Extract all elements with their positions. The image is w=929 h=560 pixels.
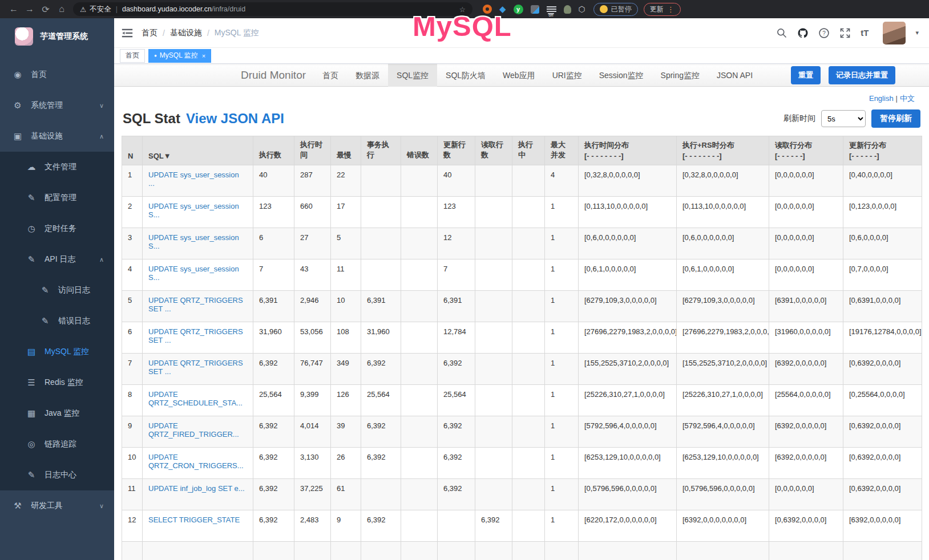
breadcrumb-item[interactable]: 基础设施: [170, 28, 202, 38]
sidebar-item-mysql[interactable]: ▤MySQL 监控: [0, 336, 114, 367]
druid-brand[interactable]: Druid Monitor: [233, 69, 314, 82]
column-header[interactable]: 执行中: [512, 136, 545, 165]
data-cell: [401, 291, 438, 322]
sidebar-item-home[interactable]: ◉首页: [0, 59, 114, 90]
druid-nav-SQL防火墙[interactable]: SQL防火墙: [437, 64, 494, 87]
back-icon[interactable]: ←: [6, 4, 22, 14]
sidebar-item-config[interactable]: ✎配置管理: [0, 182, 114, 213]
data-cell: 22: [331, 165, 361, 197]
table-row: 1UPDATE sys_user_session ...4028722404[0…: [122, 165, 922, 197]
column-header[interactable]: SQL▼: [143, 136, 253, 165]
data-cell: 1: [545, 510, 579, 542]
sidebar-item-access-log[interactable]: ✎访问日志: [0, 275, 114, 306]
sql-link[interactable]: UPDATE QRTZ_SCHEDULER_STA...: [148, 390, 243, 407]
sidebar-item-file[interactable]: ☁文件管理: [0, 152, 114, 182]
sidebar-item-api-log[interactable]: ✎API 日志∧: [0, 244, 114, 275]
druid-nav-首页[interactable]: 首页: [314, 64, 347, 87]
column-header[interactable]: 执行+RS时分布[- - - - - - - -]: [677, 136, 769, 165]
sidebar-item-java[interactable]: ▦Java 监控: [0, 398, 114, 429]
data-cell: [438, 510, 475, 542]
sidebar-item-cron[interactable]: ◷定时任务: [0, 213, 114, 244]
sidebar-item-log-center[interactable]: ✎日志中心: [0, 460, 114, 490]
column-header[interactable]: N: [122, 136, 143, 165]
lang-english-link[interactable]: English: [869, 94, 894, 103]
tab-MySQL 监控[interactable]: ●MySQL 监控×: [148, 49, 211, 63]
sql-link[interactable]: UPDATE QRTZ_CRON_TRIGGERS...: [148, 453, 244, 470]
home-icon[interactable]: ⌂: [54, 4, 70, 14]
data-cell: [401, 542, 438, 560]
druid-nav-Web应用[interactable]: Web应用: [494, 64, 544, 87]
apps-extension-icon[interactable]: [531, 5, 539, 14]
sql-link[interactable]: UPDATE sys_user_session S...: [148, 265, 239, 282]
list-extension-icon[interactable]: on: [547, 5, 556, 13]
sql-link[interactable]: UPDATE QRTZ_TRIGGERS SET ...: [148, 296, 243, 313]
data-cell: [0,32,8,0,0,0,0,0]: [677, 165, 769, 197]
puzzle-extensions-icon[interactable]: ⬡: [579, 5, 585, 14]
view-json-api-link[interactable]: View JSON API: [186, 111, 284, 127]
table-row: 7UPDATE QRTZ_TRIGGERS SET ...6,39276,747…: [122, 354, 922, 385]
reload-icon[interactable]: ⟳: [38, 4, 54, 15]
data-cell: 10: [331, 291, 361, 322]
paused-badge[interactable]: 已暂停: [593, 3, 638, 16]
proxy-extension-icon[interactable]: [564, 5, 571, 14]
druid-nav-Session监控[interactable]: Session监控: [591, 64, 652, 87]
close-icon[interactable]: ×: [202, 52, 205, 59]
sidebar-item-infra[interactable]: ▣基础设施∧: [0, 121, 114, 152]
sql-link[interactable]: UPDATE QRTZ_TRIGGERS SET ...: [148, 327, 243, 344]
column-header[interactable]: 更新行分布[- - - - - -]: [843, 136, 922, 165]
column-header[interactable]: 错误数: [401, 136, 438, 165]
sql-link[interactable]: UPDATE QRTZ_TRIGGERS SET ...: [148, 359, 243, 376]
sql-link[interactable]: UPDATE sys_user_session S...: [148, 202, 239, 219]
data-cell: 25,564: [253, 385, 294, 416]
data-cell: [401, 197, 438, 228]
distribution-brackets: [- - - - - - - -]: [682, 152, 763, 160]
druid-nav-SQL监控[interactable]: SQL监控: [388, 64, 437, 87]
sql-link[interactable]: UPDATE sys_user_session ...: [148, 171, 239, 188]
column-header[interactable]: 执行时间分布[- - - - - - - -]: [579, 136, 677, 165]
update-button[interactable]: 更新⋮: [644, 3, 681, 16]
tab-label: 首页: [126, 51, 139, 60]
chevron-down-icon[interactable]: ▾: [915, 29, 919, 36]
breadcrumb-item[interactable]: 首页: [142, 28, 157, 38]
forward-icon[interactable]: →: [22, 4, 38, 14]
column-header[interactable]: 读取行分布[- - - - - -]: [769, 136, 843, 165]
y-extension-icon[interactable]: y: [514, 5, 523, 14]
sidebar-item-redis[interactable]: ☰Redis 监控: [0, 367, 114, 398]
app-logo-row[interactable]: 芋道管理系统: [0, 18, 114, 55]
user-avatar[interactable]: [883, 22, 906, 44]
font-size-icon[interactable]: tT: [861, 28, 869, 38]
column-header[interactable]: 事务执行: [361, 136, 401, 165]
reset-button[interactable]: 重置: [791, 66, 821, 84]
data-cell: [0,6,1,0,0,0,0,0]: [579, 259, 677, 291]
refresh-interval-select[interactable]: 5s: [821, 110, 866, 127]
lang-chinese-link[interactable]: 中文: [900, 94, 915, 103]
column-header[interactable]: 执行数: [253, 136, 294, 165]
sidebar-item-error-log[interactable]: ✎错误日志: [0, 306, 114, 336]
column-header[interactable]: 最大并发: [545, 136, 579, 165]
druid-nav-JSON API[interactable]: JSON API: [708, 64, 761, 87]
hamburger-icon[interactable]: [121, 27, 134, 39]
help-icon[interactable]: ?: [818, 27, 830, 39]
sidebar-item-devtools[interactable]: ⚒研发工具∨: [0, 490, 114, 521]
column-header[interactable]: 读取行数: [475, 136, 512, 165]
log-and-reset-button[interactable]: 记录日志并重置: [829, 66, 895, 84]
druid-nav-数据源[interactable]: 数据源: [347, 64, 388, 87]
druid-nav-Spring监控[interactable]: Spring监控: [652, 64, 708, 87]
security-warning-label[interactable]: 不安全: [90, 5, 111, 14]
column-header[interactable]: 更新行数: [438, 136, 475, 165]
sql-link[interactable]: UPDATE QRTZ_FIRED_TRIGGER...: [148, 421, 239, 439]
tab-首页[interactable]: 首页: [120, 49, 145, 63]
sidebar-item-system[interactable]: ⚙系统管理∨: [0, 90, 114, 121]
search-icon[interactable]: [776, 27, 787, 39]
sidebar-item-trace[interactable]: ◎链路追踪: [0, 429, 114, 460]
column-header[interactable]: 最慢: [331, 136, 361, 165]
druid-nav-URI监控[interactable]: URI监控: [544, 64, 591, 87]
github-icon[interactable]: [797, 27, 809, 39]
fullscreen-icon[interactable]: [839, 27, 851, 39]
sql-link[interactable]: UPDATE sys_user_session S...: [148, 233, 239, 250]
sql-link[interactable]: SELECT TRIGGER_STATE: [148, 516, 240, 524]
sql-link[interactable]: UPDATE inf_job_log SET e...: [148, 484, 245, 493]
browser-menu-icon[interactable]: ⋮: [667, 5, 674, 14]
pause-refresh-button[interactable]: 暂停刷新: [871, 109, 920, 128]
column-header[interactable]: 执行时间: [294, 136, 331, 165]
